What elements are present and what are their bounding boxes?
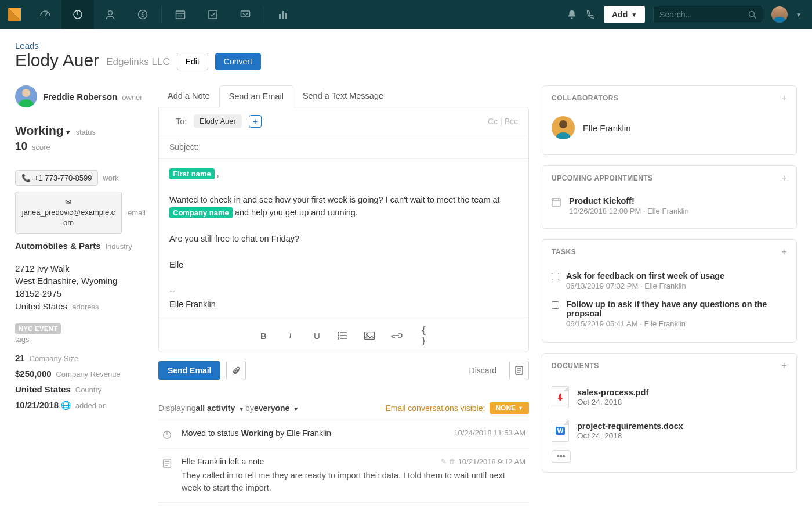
- nav-calendar-icon[interactable]: 31: [164, 0, 197, 29]
- convert-button[interactable]: Convert: [215, 53, 261, 70]
- industry-label: Industry: [105, 242, 132, 251]
- tab-send-text[interactable]: Send a Text Message: [293, 85, 393, 107]
- owner-avatar[interactable]: [15, 85, 37, 107]
- company-revenue-value: $250,000: [15, 369, 52, 379]
- document-item[interactable]: sales-process.pdf Oct 24, 2018: [552, 380, 787, 414]
- breadcrumb[interactable]: Leads: [15, 41, 39, 51]
- nav-person-icon[interactable]: [94, 0, 126, 29]
- document-item[interactable]: W project-requirements.docx Oct 24, 2018: [552, 414, 787, 448]
- template-button[interactable]: [509, 361, 529, 380]
- more-documents-button[interactable]: •••: [552, 450, 571, 463]
- phone-chip[interactable]: 📞 +1 773-770-8599: [15, 170, 98, 186]
- discard-link[interactable]: Discard: [469, 366, 496, 375]
- to-label: To:: [169, 117, 187, 126]
- nav-dollar-icon[interactable]: $: [126, 0, 159, 29]
- add-document-button[interactable]: +: [781, 361, 787, 371]
- pdf-file-icon: [552, 386, 569, 408]
- appointment-item[interactable]: Product Kickoff! 10/26/2018 12:00 PM · E…: [552, 193, 787, 219]
- mail-icon: ✉: [21, 197, 115, 207]
- image-button[interactable]: [364, 332, 377, 340]
- nav-power-icon[interactable]: [61, 0, 94, 29]
- email-composer: To: Elody Auer + Cc | Bcc Subject: First…: [158, 107, 529, 352]
- recipient-pill[interactable]: Elody Auer: [194, 114, 242, 128]
- link-button[interactable]: [391, 333, 404, 338]
- collaborator-name: Elle Franklin: [583, 123, 631, 133]
- svg-rect-24: [364, 332, 374, 340]
- company-name: Edgelinks LLC: [106, 56, 170, 68]
- subject-label: Subject:: [169, 142, 199, 152]
- documents-header: DOCUMENTS: [552, 362, 599, 370]
- tag-badge[interactable]: NYC EVENT: [15, 323, 61, 334]
- tab-add-note[interactable]: Add a Note: [158, 85, 219, 107]
- user-menu-caret-icon[interactable]: ▼: [796, 12, 802, 18]
- editor-toolbar: B I U { }: [159, 319, 528, 352]
- svg-rect-12: [241, 11, 250, 17]
- add-recipient-button[interactable]: +: [249, 115, 262, 128]
- user-avatar[interactable]: [771, 6, 788, 23]
- merge-tag-company-name[interactable]: Company name: [169, 207, 233, 218]
- nav-dashboard-icon[interactable]: [29, 0, 61, 29]
- email-chip[interactable]: ✉ janea_predovic@example.com: [15, 192, 122, 234]
- email-label: email: [128, 208, 146, 217]
- phone-label: work: [103, 174, 118, 182]
- word-file-icon: W: [552, 420, 569, 442]
- italic-button[interactable]: I: [284, 331, 297, 341]
- edit-button[interactable]: Edit: [177, 53, 208, 70]
- underline-button[interactable]: U: [311, 331, 324, 341]
- task-checkbox[interactable]: [552, 301, 559, 309]
- documents-card: DOCUMENTS+ sales-process.pdf Oct 24, 201…: [542, 353, 797, 473]
- collaborators-card: COLLABORATORS+ Elle Franklin: [542, 85, 797, 155]
- delete-icon[interactable]: 🗑: [449, 457, 456, 466]
- nav-tasks-icon[interactable]: [197, 0, 229, 29]
- collaborators-header: COLLABORATORS: [552, 94, 618, 102]
- task-checkbox[interactable]: [552, 273, 559, 280]
- list-button[interactable]: [338, 332, 350, 340]
- appointments-header: UPCOMING APPOINTMENTS: [552, 174, 653, 182]
- activity-filter[interactable]: all activity ▼: [196, 403, 246, 413]
- tab-send-email[interactable]: Send an Email: [219, 85, 293, 107]
- status-value[interactable]: Working▼: [15, 124, 71, 137]
- phone-icon[interactable]: [585, 9, 596, 20]
- score-label: score: [32, 143, 50, 152]
- svg-point-21: [338, 332, 339, 333]
- owner-label: owner: [122, 93, 142, 102]
- search-input[interactable]: Search...: [653, 6, 763, 23]
- send-email-button[interactable]: Send Email: [158, 361, 220, 380]
- bold-button[interactable]: B: [258, 331, 270, 341]
- code-button[interactable]: { }: [418, 325, 430, 346]
- tasks-header: TASKS: [552, 248, 576, 256]
- power-icon: [162, 428, 173, 440]
- nav-messages-icon[interactable]: [229, 0, 262, 29]
- svg-rect-38: [552, 199, 560, 206]
- cc-bcc-toggle[interactable]: Cc | Bcc: [488, 117, 518, 126]
- merge-tag-first-name[interactable]: First name: [169, 168, 215, 179]
- status-label: status: [75, 128, 96, 136]
- add-appointment-button[interactable]: +: [781, 173, 787, 183]
- svg-rect-13: [279, 14, 281, 19]
- collaborator-avatar[interactable]: [552, 116, 575, 139]
- nav-reports-icon[interactable]: [267, 0, 299, 29]
- add-button[interactable]: Add ▼: [604, 6, 645, 23]
- country-value: United States: [15, 384, 71, 394]
- appointments-card: UPCOMING APPOINTMENTS+ Product Kickoff! …: [542, 165, 797, 229]
- task-item: Ask for feedback on first week of usage …: [552, 266, 787, 295]
- country-label: Country: [75, 385, 102, 394]
- author-filter[interactable]: everyone ▼: [254, 403, 300, 413]
- edit-icon[interactable]: ✎: [441, 457, 447, 466]
- email-body[interactable]: First name , Wanted to check in and see …: [159, 159, 528, 319]
- app-logo-icon[interactable]: [0, 0, 29, 29]
- visibility-pill[interactable]: NONE ▼: [490, 402, 529, 414]
- svg-point-5: [108, 11, 113, 15]
- svg-point-23: [338, 338, 339, 339]
- added-on-label: added on: [75, 401, 107, 410]
- svg-text:$: $: [141, 12, 144, 18]
- bell-icon[interactable]: [567, 9, 577, 20]
- score-value: 10: [15, 140, 27, 152]
- add-collaborator-button[interactable]: +: [781, 93, 787, 103]
- subject-input[interactable]: [206, 142, 518, 152]
- added-on-value: 10/21/2018: [15, 400, 59, 410]
- attach-button[interactable]: [226, 361, 246, 380]
- add-task-button[interactable]: +: [781, 247, 787, 257]
- svg-text:31: 31: [178, 14, 183, 18]
- svg-point-16: [749, 11, 755, 16]
